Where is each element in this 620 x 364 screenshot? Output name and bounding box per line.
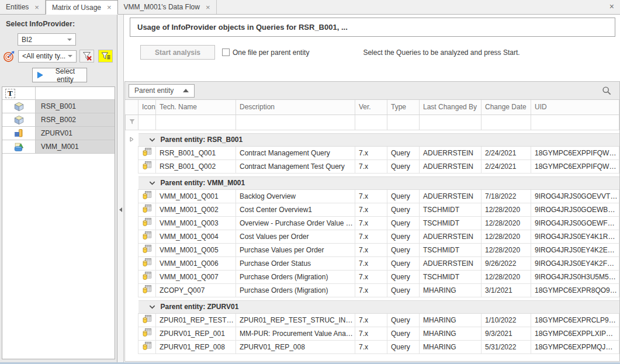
column-header-description[interactable]: Description xyxy=(236,100,355,115)
table-row[interactable]: VMM_M001_Q004Cost Values per Order7.xQue… xyxy=(126,230,619,243)
cell-change-date: 12/28/2020 xyxy=(482,270,531,283)
chevron-down-icon[interactable] xyxy=(149,181,155,186)
list-item[interactable]: ZPURV01 xyxy=(2,127,115,140)
query-icon xyxy=(143,285,152,294)
tab-matrix-of-usage[interactable]: Matrix of Usage × xyxy=(46,0,118,15)
entity-type-combobox[interactable]: <All entity ty... xyxy=(18,50,77,63)
cell-uid: 9IROG4JRJS0GOEWBUZ79ME... xyxy=(531,203,619,216)
cell-change-date: 12/28/2020 xyxy=(482,230,531,243)
table-row[interactable]: VMM_M001_Q007Purchase Orders (Migration)… xyxy=(126,270,619,283)
table-row[interactable]: ZCOPY_Q007Purchase Orders (Migration)7.x… xyxy=(126,283,619,297)
group-row[interactable]: Parent entity: RSR_B001 xyxy=(126,133,619,146)
table-row[interactable]: VMM_M001_Q005Purchase Values per Order7.… xyxy=(126,243,619,256)
row-gutter xyxy=(126,313,138,327)
group-header-cell[interactable]: Parent entity: VMM_M001 xyxy=(138,176,619,189)
select-entity-button[interactable]: Select entity xyxy=(32,68,87,82)
list-item[interactable]: RSR_B001 xyxy=(2,100,115,113)
datastore-icon xyxy=(14,129,23,138)
cell-icon xyxy=(138,327,156,340)
cell-tech-name: ZPURV01_REP_008 xyxy=(156,340,236,353)
cell-tech-name: VMM_M001_Q004 xyxy=(156,230,236,243)
column-header-type[interactable]: Type xyxy=(387,100,420,115)
sidebar-title: Select InfoProvider: xyxy=(0,15,117,28)
one-file-checkbox[interactable] xyxy=(222,48,230,56)
cell-ver: 7.x xyxy=(355,189,387,203)
entity-list-body: RSR_B001RSR_B002ZPURV01VMM_M001 xyxy=(2,100,115,154)
chevron-down-icon xyxy=(67,39,72,41)
list-item[interactable]: RSR_B002 xyxy=(2,113,115,127)
grid-header-row: Icon Tech. Name Description Ver. Type La… xyxy=(126,100,619,115)
cell-icon xyxy=(138,203,156,216)
cell-change-date: 7/18/2022 xyxy=(482,189,531,203)
group-header-cell[interactable]: Parent entity: RSR_B001 xyxy=(138,133,619,146)
cell-change-date: 3/1/2021 xyxy=(482,283,531,297)
row-gutter xyxy=(126,203,138,216)
cell-last-changed-by: ADUERRSTEIN xyxy=(420,189,482,203)
table-row[interactable]: VMM_M001_Q006Purchase Order Status7.xQue… xyxy=(126,256,619,270)
clear-filter-button[interactable] xyxy=(79,50,94,63)
start-analysis-button[interactable]: Start analysis xyxy=(140,45,215,60)
tab-entities[interactable]: Entities × xyxy=(0,0,46,14)
collapse-left-icon[interactable] xyxy=(119,207,122,212)
column-header-ver[interactable]: Ver. xyxy=(355,100,387,115)
chevron-down-icon[interactable] xyxy=(149,137,155,143)
group-header-cell[interactable]: Parent entity: ZPURV01 xyxy=(138,300,619,313)
search-icon[interactable] xyxy=(602,86,612,96)
tab-close-icon[interactable]: × xyxy=(206,4,210,11)
table-row[interactable]: ZPUR01_REP_TEST_ST...ZPUR01_REP_TEST_STR… xyxy=(126,313,619,327)
row-focus-icon xyxy=(130,137,134,142)
queries-grid: Parent entity Icon Tech. Name xyxy=(124,81,620,362)
filter-input-change-date[interactable] xyxy=(482,115,531,130)
table-row[interactable]: ZPURV01_REP_008ZPURV01_REP_0087.xQueryMH… xyxy=(126,340,619,353)
filter-input-icon[interactable] xyxy=(138,115,156,130)
table-row[interactable]: RSR_B001_Q002Contract Management Test Qu… xyxy=(126,160,619,173)
filter-menu-button[interactable] xyxy=(98,50,113,63)
panel-close-icon[interactable]: × xyxy=(609,2,614,11)
column-header-uid[interactable]: UID xyxy=(531,100,619,115)
table-row[interactable]: VMM_M001_Q001Backlog Overview7.xQueryADU… xyxy=(126,189,619,203)
group-by-chip-label: Parent entity xyxy=(134,86,174,95)
filter-input-uid[interactable] xyxy=(531,115,619,130)
column-header-icon[interactable]: Icon xyxy=(138,100,156,115)
group-row[interactable]: Parent entity: ZPURV01 xyxy=(126,300,619,313)
system-combobox[interactable]: BI2 xyxy=(18,33,76,46)
cell-icon xyxy=(138,283,156,297)
target-icon xyxy=(3,50,15,63)
filter-input-tech-name[interactable] xyxy=(156,115,236,130)
group-by-panel: Parent entity xyxy=(125,82,619,100)
column-header-last-changed-by[interactable]: Last Changed By xyxy=(420,100,482,115)
cell-last-changed-by: MHARING xyxy=(420,313,482,327)
group-label: Parent entity: VMM_M001 xyxy=(161,179,245,187)
table-row[interactable]: RSR_B001_Q001Contract Management Query7.… xyxy=(126,146,619,160)
table-row[interactable]: VMM_M001_Q003Overview - Purchase Order V… xyxy=(126,216,619,230)
analysis-toolbar: Start analysis One file per parent entit… xyxy=(140,45,620,60)
chevron-down-icon[interactable] xyxy=(149,304,155,310)
filter-input-ver[interactable] xyxy=(355,115,387,130)
table-row[interactable]: VMM_M001_Q002Cost Center Overview17.xQue… xyxy=(126,203,619,216)
list-item[interactable]: VMM_M001 xyxy=(2,140,115,154)
cell-description: Cost Values per Order xyxy=(236,230,355,243)
tab-close-icon[interactable]: × xyxy=(107,4,112,11)
cell-type: Query xyxy=(387,189,420,203)
cell-description: Purchase Orders (Migration) xyxy=(236,270,355,283)
column-header-change-date[interactable]: Change Date xyxy=(482,100,531,115)
cell-uid: 18GYMPC6EXPR8QO96M8C5M... xyxy=(531,283,619,297)
column-header-tech-name[interactable]: Tech. Name xyxy=(156,100,236,115)
tab-close-icon[interactable]: × xyxy=(34,4,39,11)
instruction-text: Select the Queries to be analyzed and pr… xyxy=(363,48,519,57)
cell-uid: 18GYMPC6EXPPMQJMK8MDQJ... xyxy=(531,340,619,353)
entity-list-header-filter[interactable]: T xyxy=(2,87,36,99)
sidebar-splitter[interactable] xyxy=(117,15,124,362)
filter-input-description[interactable] xyxy=(236,115,355,130)
tab-data-flow[interactable]: VMM_M001's Data Flow × xyxy=(118,0,217,14)
entity-list-header-name[interactable] xyxy=(36,87,115,99)
group-by-chip-parent-entity[interactable]: Parent entity xyxy=(129,84,195,98)
cell-type: Query xyxy=(387,243,420,256)
row-gutter xyxy=(126,243,138,256)
table-row[interactable]: ZPURV01_REP_001MM-PUR: Procurement Value… xyxy=(126,327,619,340)
group-row[interactable]: Parent entity: VMM_M001 xyxy=(126,176,619,189)
filter-input-type[interactable] xyxy=(387,115,420,130)
query-icon xyxy=(143,258,152,267)
filter-input-last-changed-by[interactable] xyxy=(420,115,482,130)
cell-icon xyxy=(138,313,156,327)
